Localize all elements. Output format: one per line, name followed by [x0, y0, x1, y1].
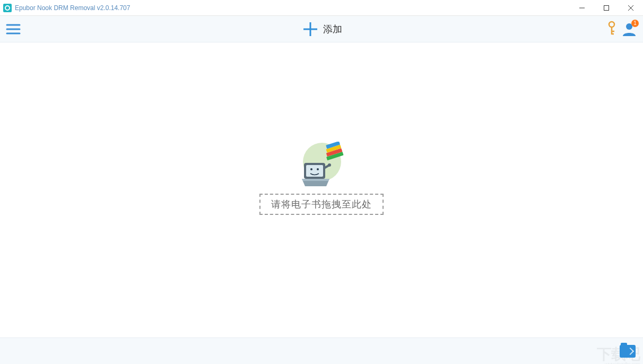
add-label: 添加: [323, 23, 342, 36]
svg-point-22: [328, 163, 331, 167]
user-icon[interactable]: 1: [621, 21, 638, 38]
drop-illustration: [298, 142, 345, 189]
toolbar: 添加 1: [0, 16, 643, 42]
svg-point-20: [310, 168, 312, 170]
drop-hint: 请将电子书拖拽至此处: [259, 194, 384, 215]
window-title: Epubor Nook DRM Removal v2.0.14.707: [15, 4, 130, 12]
maximize-button[interactable]: [594, 0, 619, 16]
svg-rect-1: [604, 5, 609, 10]
drop-zone[interactable]: 请将电子书拖拽至此处: [259, 142, 384, 215]
key-icon[interactable]: [606, 21, 618, 38]
plus-icon: [301, 20, 320, 39]
add-button[interactable]: 添加: [301, 16, 342, 42]
app-icon: [3, 4, 12, 12]
menu-button[interactable]: [0, 16, 27, 42]
notification-badge: 1: [631, 20, 639, 27]
minimize-button[interactable]: [570, 0, 594, 16]
footer: 下载吧 www.xiazaiba.com: [0, 337, 643, 364]
titlebar: Epubor Nook DRM Removal v2.0.14.707: [0, 0, 643, 16]
svg-point-21: [317, 168, 319, 170]
svg-point-9: [609, 22, 614, 27]
close-button[interactable]: [619, 0, 643, 16]
output-folder-button[interactable]: [620, 345, 636, 358]
main-content: 请将电子书拖拽至此处: [0, 42, 643, 337]
